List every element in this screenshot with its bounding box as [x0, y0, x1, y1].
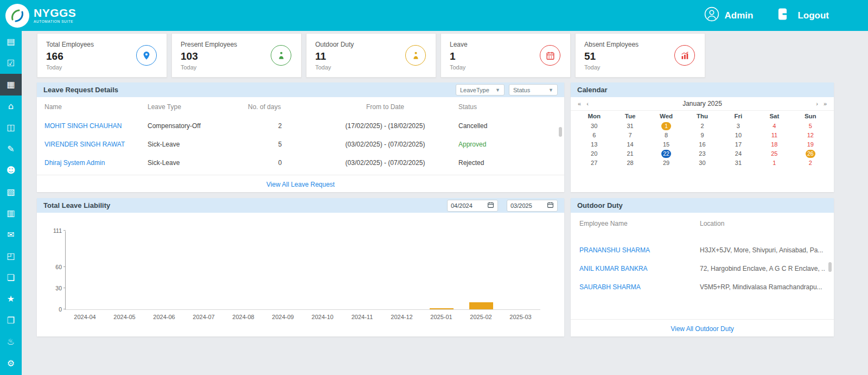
calendar-day[interactable]: 17	[720, 140, 756, 149]
reports-icon: ◫	[7, 122, 15, 132]
x-axis-tick-label: 2024-08	[224, 314, 263, 320]
leave-row-name-link[interactable]: VIRENDER SINGH RAWAT	[44, 141, 148, 148]
outdoor-row-location: V5M5+RP, Mindivalasa Ramachandrapu...	[700, 283, 825, 291]
calendar-day[interactable]: 21	[612, 149, 648, 158]
calendar-day[interactable]: 31	[612, 122, 648, 131]
outdoor-duty-panel: Outdoor Duty Employee Name Location PRAN…	[571, 198, 834, 336]
calendar-first-button[interactable]: «	[575, 100, 584, 107]
sidebar-item-analytics[interactable]: ▥	[0, 202, 22, 224]
sidebar-item-attendance[interactable]: ▤	[0, 31, 22, 53]
calendar-day[interactable]: 31	[720, 158, 756, 168]
date-from-input[interactable]: 04/2024	[447, 200, 498, 212]
stat-card-label: Present Employees	[181, 41, 237, 48]
sidebar-item-reports[interactable]: ◫	[0, 117, 22, 138]
present-person-icon	[271, 45, 291, 66]
sidebar-item-events-calendar[interactable]: ▧	[0, 181, 22, 203]
calendar-day[interactable]: 26	[793, 149, 828, 158]
calendar-day[interactable]: 6	[576, 131, 612, 140]
admin-menu[interactable]: Admin	[704, 7, 754, 24]
calendar-day[interactable]: 27	[576, 158, 612, 168]
stat-card-leave: Leave1Today	[441, 33, 571, 78]
calendar-day[interactable]: 18	[756, 140, 792, 149]
calendar-day[interactable]: 11	[756, 131, 792, 140]
calendar-day[interactable]: 1	[648, 122, 684, 131]
leave-row-dates: (03/02/2025) - (07/02/2025)	[312, 159, 458, 167]
calendar-day[interactable]: 2	[793, 158, 828, 168]
calendar-day[interactable]: 13	[576, 140, 612, 149]
calendar-day[interactable]: 9	[684, 131, 720, 140]
calendar-day[interactable]: 25	[756, 149, 792, 158]
date-to-input[interactable]: 03/2025	[507, 200, 558, 212]
calendar-day[interactable]: 5	[793, 122, 828, 131]
stat-card-label: Total Employees	[46, 41, 94, 48]
calendar-day[interactable]: 23	[684, 149, 720, 158]
calendar-day[interactable]: 15	[648, 140, 684, 149]
y-axis-tick-mark	[63, 309, 66, 309]
calendar-day[interactable]: 10	[720, 131, 756, 140]
calendar-day[interactable]: 14	[612, 140, 648, 149]
calendar-day[interactable]: 8	[648, 131, 684, 140]
sidebar-item-requests[interactable]: ✎	[0, 138, 22, 160]
stat-card-value: 103	[181, 50, 237, 62]
date-range-controls: 04/2024 03/2025	[447, 200, 558, 212]
sidebar-item-mail[interactable]: ✉	[0, 224, 22, 246]
calendar-last-button[interactable]: »	[821, 100, 829, 107]
calendar-day[interactable]: 24	[720, 149, 756, 158]
calendar-day[interactable]: 22	[648, 149, 684, 158]
scrollbar-thumb[interactable]	[559, 127, 562, 137]
calendar-day[interactable]: 20	[576, 149, 612, 158]
sidebar-item-dashboard[interactable]: ▦	[0, 74, 22, 96]
calendar-panel: Calendar « ‹ January 2025 › » MonTueWedT…	[571, 82, 834, 192]
outdoor-row-name-link[interactable]: PRANANSHU SHARMA	[579, 246, 700, 254]
sidebar-item-approvals[interactable]: ☑	[0, 53, 22, 74]
view-all-leave-request-link[interactable]: View All Leave Request	[266, 181, 335, 188]
calendar-day[interactable]: 30	[576, 122, 612, 131]
view-all-outdoor-duty-link[interactable]: View All Outdoor Duty	[671, 325, 734, 333]
chart-bar-slot	[382, 231, 422, 309]
chart-bar-slot	[224, 231, 264, 309]
sidebar-item-organization[interactable]: ⌂	[0, 96, 22, 117]
calendar-day[interactable]: 4	[756, 122, 792, 131]
calendar-day[interactable]: 16	[684, 140, 720, 149]
calendar-day[interactable]: 12	[793, 131, 828, 140]
sidebar-item-settings[interactable]: ⚙	[0, 353, 22, 374]
col-employee-name: Employee Name	[579, 220, 700, 227]
sidebar-item-favorites[interactable]: ★	[0, 288, 22, 310]
sidebar-item-ideas[interactable]: ♨	[0, 331, 22, 353]
scrollbar-thumb[interactable]	[828, 262, 832, 272]
sidebar: ▤☑▦⌂◫✎☻▧▥✉◰❏★❐♨⚙	[0, 31, 22, 375]
sidebar-item-library[interactable]: ❐	[0, 310, 22, 332]
calendar-day[interactable]: 2	[684, 122, 720, 131]
calendar-day[interactable]: 19	[793, 140, 828, 149]
calendar-day[interactable]: 7	[612, 131, 648, 140]
leave-row-dates: (17/02/2025) - (18/02/2025)	[312, 122, 458, 130]
calendar-day[interactable]: 1	[756, 158, 792, 168]
x-axis-tick-label: 2024-09	[263, 314, 303, 320]
col-from-to: From to Date	[312, 103, 458, 111]
logout-button[interactable]: Logout	[777, 7, 829, 24]
outdoor-duty-row: ANIL KUMAR BANKRA72, Hargobind Enclave, …	[571, 259, 834, 278]
calendar-day[interactable]: 3	[720, 122, 756, 131]
calendar-day[interactable]: 29	[648, 158, 684, 168]
sidebar-item-assets[interactable]: ◰	[0, 245, 22, 267]
sidebar-item-payroll[interactable]: ❏	[0, 267, 22, 289]
x-axis-tick-label: 2024-12	[382, 314, 422, 320]
leave-type-filter-dropdown[interactable]: LeaveType ▼	[456, 84, 505, 96]
stat-card-present-employees: Present Employees103Today	[171, 33, 302, 78]
chart-bar-slot	[422, 231, 461, 309]
sidebar-item-employees[interactable]: ☻	[0, 160, 22, 181]
status-filter-dropdown[interactable]: Status ▼	[509, 84, 558, 96]
x-axis-tick-label: 2025-01	[422, 314, 461, 320]
leave-row-name-link[interactable]: Dhiraj System Admin	[44, 159, 148, 167]
calendar-prev-button[interactable]: ‹	[584, 100, 591, 107]
calendar-day[interactable]: 28	[612, 158, 648, 168]
top-header: NYGGS AUTOMATION SUITE Admin Logout	[0, 0, 868, 31]
outdoor-row-name-link[interactable]: SAURABH SHARMA	[579, 283, 700, 291]
y-axis-tick-mark	[63, 266, 66, 267]
stat-card-info: Leave1Today	[450, 41, 468, 71]
calendar-day[interactable]: 30	[684, 158, 720, 168]
leave-request-panel: Leave Request Details LeaveType ▼ Status…	[37, 82, 564, 192]
leave-row-name-link[interactable]: MOHIT SINGH CHAUHAN	[44, 122, 148, 130]
calendar-next-button[interactable]: ›	[813, 100, 821, 107]
outdoor-row-name-link[interactable]: ANIL KUMAR BANKRA	[579, 265, 700, 272]
